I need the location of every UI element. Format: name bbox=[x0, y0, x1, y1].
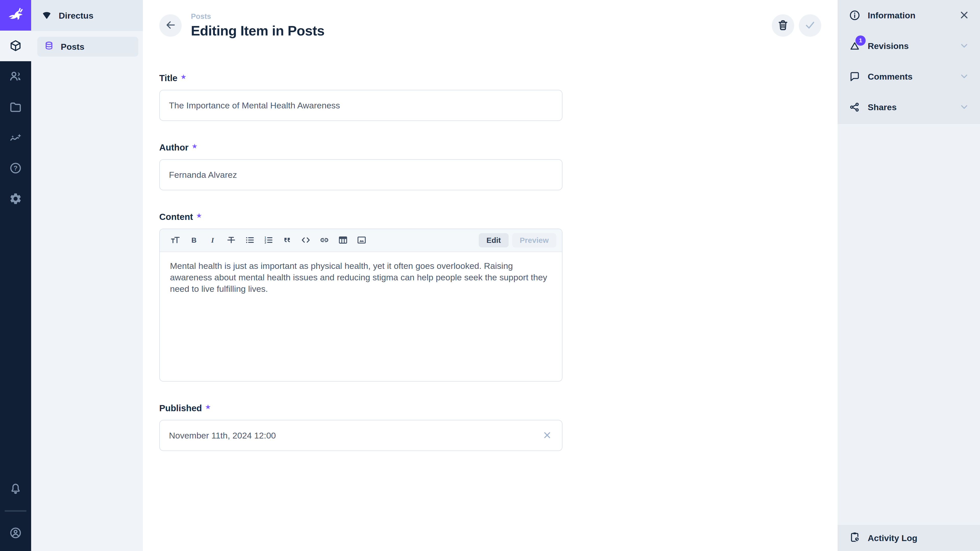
published-input[interactable]: November 11th, 2024 12:00 bbox=[159, 420, 563, 451]
table-icon bbox=[338, 235, 348, 246]
link-button[interactable] bbox=[315, 232, 334, 248]
breadcrumb[interactable]: Posts bbox=[191, 12, 325, 21]
activity-log-icon bbox=[849, 531, 861, 545]
markdown-editor: B I bbox=[159, 229, 563, 382]
bullet-list-button[interactable] bbox=[240, 232, 259, 248]
header-actions bbox=[772, 14, 821, 37]
bold-icon: B bbox=[189, 235, 199, 246]
bullet-list-icon bbox=[245, 235, 255, 246]
save-button[interactable] bbox=[799, 14, 821, 37]
blockquote-button[interactable] bbox=[278, 232, 296, 248]
italic-icon: I bbox=[207, 235, 218, 246]
close-icon bbox=[959, 10, 970, 21]
user-circle-icon bbox=[9, 526, 22, 540]
editor-tab-preview[interactable]: Preview bbox=[512, 233, 556, 248]
close-sidebar-button[interactable] bbox=[959, 10, 970, 21]
chevron-down-icon bbox=[959, 71, 970, 83]
chevron-down-icon bbox=[959, 101, 970, 113]
module-files-button[interactable] bbox=[0, 92, 31, 122]
bell-icon bbox=[9, 482, 22, 496]
right-sidebar: Information 1 Revisions bbox=[838, 0, 980, 551]
author-input[interactable]: Fernanda Alvarez bbox=[159, 159, 563, 190]
info-icon bbox=[849, 10, 861, 21]
activity-log-label: Activity Log bbox=[868, 533, 918, 543]
database-icon bbox=[44, 41, 54, 53]
code-button[interactable] bbox=[296, 232, 315, 248]
required-star-icon: ★ bbox=[180, 73, 186, 81]
project-name: Directus bbox=[59, 11, 94, 21]
sidebar-item-label: Shares bbox=[868, 102, 897, 112]
field-published-label: Published★ bbox=[159, 403, 563, 413]
field-title: Title★ The Importance of Mental Health A… bbox=[159, 73, 563, 121]
delete-button[interactable] bbox=[772, 14, 794, 37]
app-root: ? bbox=[0, 0, 980, 551]
clear-date-button[interactable] bbox=[542, 430, 553, 441]
notifications-button[interactable] bbox=[0, 473, 31, 504]
module-content-button[interactable] bbox=[0, 30, 31, 61]
strikethrough-button[interactable] bbox=[222, 232, 240, 248]
project-fan-icon bbox=[41, 9, 52, 22]
field-author-label: Author★ bbox=[159, 142, 563, 152]
published-input-value: November 11th, 2024 12:00 bbox=[169, 430, 276, 441]
arrow-left-icon bbox=[164, 19, 177, 32]
back-button[interactable] bbox=[159, 14, 182, 37]
strikethrough-icon bbox=[226, 235, 237, 246]
author-input-value: Fernanda Alvarez bbox=[169, 170, 237, 180]
editor-tab-edit[interactable]: Edit bbox=[479, 233, 509, 248]
required-star-icon: ★ bbox=[192, 142, 197, 150]
module-bar-divider bbox=[5, 510, 27, 512]
insights-icon bbox=[9, 131, 22, 145]
module-settings-button[interactable] bbox=[0, 184, 31, 214]
comment-icon bbox=[849, 71, 861, 83]
revisions-icon: 1 bbox=[849, 40, 861, 52]
title-input[interactable]: The Importance of Mental Health Awarenes… bbox=[159, 90, 563, 121]
trash-icon bbox=[777, 19, 789, 32]
sidebar-item-label: Comments bbox=[868, 72, 913, 82]
nav-item-posts[interactable]: Posts bbox=[37, 37, 138, 57]
field-published: Published★ November 11th, 2024 12:00 bbox=[159, 403, 563, 451]
sidebar-item-information[interactable]: Information bbox=[838, 0, 980, 30]
svg-text:?: ? bbox=[14, 164, 18, 172]
avatar-button[interactable] bbox=[0, 518, 31, 548]
link-icon bbox=[319, 235, 330, 246]
svg-text:I: I bbox=[211, 236, 214, 244]
project-chooser[interactable]: Directus bbox=[31, 0, 143, 31]
module-bar: ? bbox=[0, 0, 31, 551]
help-icon: ? bbox=[9, 162, 22, 176]
cube-icon bbox=[9, 39, 22, 53]
table-button[interactable] bbox=[334, 232, 352, 248]
sidebar-item-shares[interactable]: Shares bbox=[838, 92, 980, 122]
italic-button[interactable]: I bbox=[203, 232, 222, 248]
heading-icon bbox=[170, 235, 181, 246]
item-form: Title★ The Importance of Mental Health A… bbox=[159, 73, 563, 451]
svg-text:B: B bbox=[191, 236, 196, 244]
sidebar-item-revisions[interactable]: 1 Revisions bbox=[838, 30, 980, 61]
heading-button[interactable] bbox=[166, 232, 185, 248]
field-content-label: Content★ bbox=[159, 212, 563, 222]
module-insights-button[interactable] bbox=[0, 122, 31, 153]
expand-revisions-button[interactable] bbox=[959, 40, 970, 52]
title-block: Posts Editing Item in Posts bbox=[191, 12, 325, 38]
content-textarea[interactable]: Mental health is just as important as ph… bbox=[160, 252, 562, 381]
activity-log-button[interactable]: Activity Log bbox=[838, 525, 980, 551]
module-docs-button[interactable]: ? bbox=[0, 153, 31, 184]
sidebar-item-label: Information bbox=[868, 11, 915, 21]
bold-button[interactable]: B bbox=[185, 232, 203, 248]
sidebar-sections: Information 1 Revisions bbox=[838, 0, 980, 124]
module-users-button[interactable] bbox=[0, 61, 31, 92]
expand-comments-button[interactable] bbox=[959, 71, 970, 82]
page-title: Editing Item in Posts bbox=[191, 23, 325, 38]
required-star-icon: ★ bbox=[196, 212, 202, 219]
directus-rabbit-logo[interactable] bbox=[0, 0, 31, 30]
image-button[interactable] bbox=[352, 232, 371, 248]
chevron-down-icon bbox=[959, 40, 970, 52]
module-bar-bottom bbox=[0, 473, 31, 551]
svg-text:3: 3 bbox=[264, 241, 266, 244]
numbered-list-button[interactable]: 1 2 3 bbox=[259, 232, 278, 248]
sidebar-item-comments[interactable]: Comments bbox=[838, 61, 980, 92]
editor-toolbar: B I bbox=[160, 229, 562, 252]
check-icon bbox=[804, 19, 816, 32]
expand-shares-button[interactable] bbox=[959, 102, 970, 113]
sidebar-spacer bbox=[838, 124, 980, 525]
image-icon bbox=[356, 235, 367, 246]
